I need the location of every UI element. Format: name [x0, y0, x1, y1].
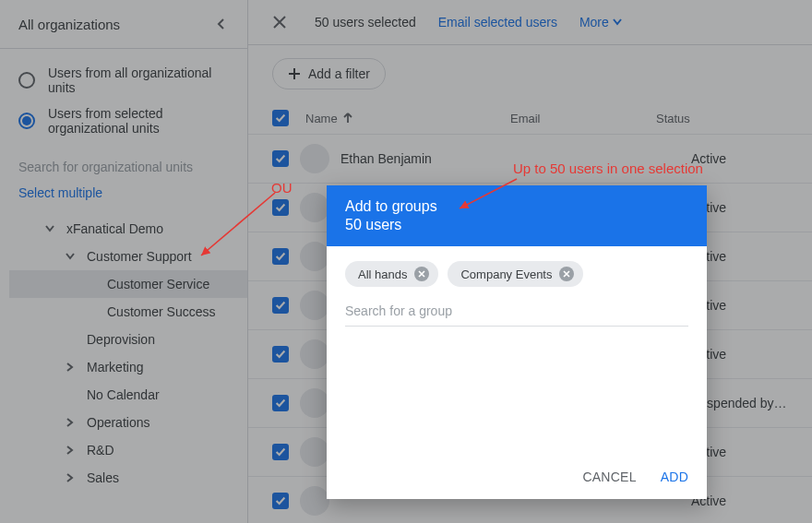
group-search-input[interactable] [345, 287, 688, 327]
dialog-subtitle: 50 users [345, 217, 688, 233]
cancel-button[interactable]: CANCEL [582, 470, 636, 484]
chip-label: Company Events [460, 267, 552, 281]
remove-chip-icon[interactable] [559, 267, 574, 281]
group-chip: All hands [345, 261, 438, 287]
add-to-groups-dialog: Add to groups 50 users All hands Company… [327, 185, 707, 499]
chip-label: All hands [358, 267, 407, 281]
add-button[interactable]: ADD [661, 470, 688, 484]
remove-chip-icon[interactable] [414, 267, 429, 281]
dialog-title: Add to groups [345, 198, 688, 215]
group-chip: Company Events [448, 261, 583, 287]
